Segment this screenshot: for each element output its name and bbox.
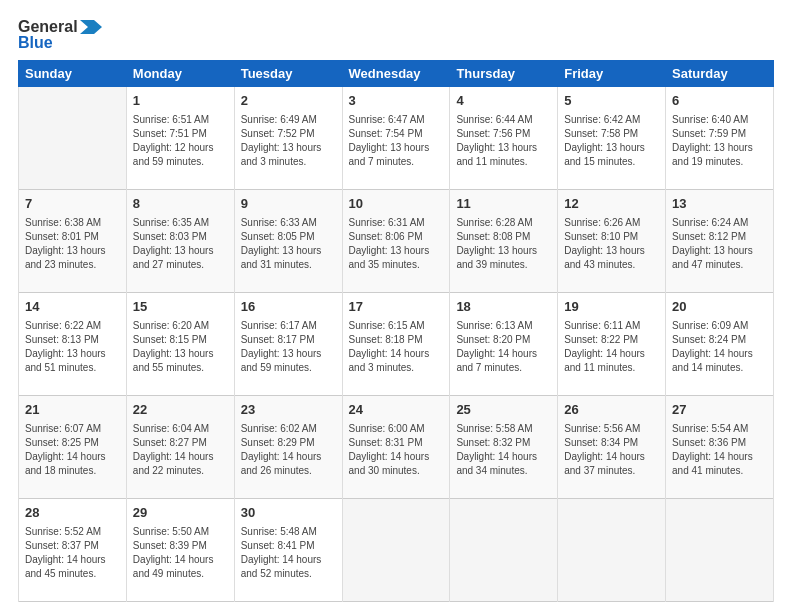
- day-info: Sunrise: 6:42 AM Sunset: 7:58 PM Dayligh…: [564, 113, 659, 169]
- day-number: 9: [241, 195, 336, 214]
- calendar-cell: 3Sunrise: 6:47 AM Sunset: 7:54 PM Daylig…: [342, 87, 450, 190]
- day-info: Sunrise: 6:13 AM Sunset: 8:20 PM Dayligh…: [456, 319, 551, 375]
- day-info: Sunrise: 6:35 AM Sunset: 8:03 PM Dayligh…: [133, 216, 228, 272]
- day-number: 28: [25, 504, 120, 523]
- header-row: SundayMondayTuesdayWednesdayThursdayFrid…: [19, 61, 774, 87]
- day-number: 21: [25, 401, 120, 420]
- day-number: 26: [564, 401, 659, 420]
- day-info: Sunrise: 6:47 AM Sunset: 7:54 PM Dayligh…: [349, 113, 444, 169]
- day-header-sunday: Sunday: [19, 61, 127, 87]
- week-row-4: 21Sunrise: 6:07 AM Sunset: 8:25 PM Dayli…: [19, 396, 774, 499]
- calendar-cell: [558, 499, 666, 602]
- day-number: 24: [349, 401, 444, 420]
- calendar-cell: 4Sunrise: 6:44 AM Sunset: 7:56 PM Daylig…: [450, 87, 558, 190]
- calendar-cell: 21Sunrise: 6:07 AM Sunset: 8:25 PM Dayli…: [19, 396, 127, 499]
- calendar-cell: 16Sunrise: 6:17 AM Sunset: 8:17 PM Dayli…: [234, 293, 342, 396]
- calendar-cell: 26Sunrise: 5:56 AM Sunset: 8:34 PM Dayli…: [558, 396, 666, 499]
- day-info: Sunrise: 6:38 AM Sunset: 8:01 PM Dayligh…: [25, 216, 120, 272]
- day-info: Sunrise: 6:04 AM Sunset: 8:27 PM Dayligh…: [133, 422, 228, 478]
- calendar-cell: [450, 499, 558, 602]
- calendar-cell: 25Sunrise: 5:58 AM Sunset: 8:32 PM Dayli…: [450, 396, 558, 499]
- day-info: Sunrise: 6:40 AM Sunset: 7:59 PM Dayligh…: [672, 113, 767, 169]
- calendar-cell: [19, 87, 127, 190]
- day-number: 2: [241, 92, 336, 111]
- logo-blue-text: Blue: [18, 34, 53, 52]
- day-info: Sunrise: 6:00 AM Sunset: 8:31 PM Dayligh…: [349, 422, 444, 478]
- calendar-cell: 8Sunrise: 6:35 AM Sunset: 8:03 PM Daylig…: [126, 190, 234, 293]
- day-number: 29: [133, 504, 228, 523]
- calendar-cell: 28Sunrise: 5:52 AM Sunset: 8:37 PM Dayli…: [19, 499, 127, 602]
- svg-marker-0: [80, 20, 102, 34]
- day-info: Sunrise: 6:51 AM Sunset: 7:51 PM Dayligh…: [133, 113, 228, 169]
- calendar-cell: 12Sunrise: 6:26 AM Sunset: 8:10 PM Dayli…: [558, 190, 666, 293]
- calendar-cell: 7Sunrise: 6:38 AM Sunset: 8:01 PM Daylig…: [19, 190, 127, 293]
- calendar-table: SundayMondayTuesdayWednesdayThursdayFrid…: [18, 60, 774, 602]
- day-info: Sunrise: 6:33 AM Sunset: 8:05 PM Dayligh…: [241, 216, 336, 272]
- day-header-thursday: Thursday: [450, 61, 558, 87]
- day-number: 20: [672, 298, 767, 317]
- week-row-1: 1Sunrise: 6:51 AM Sunset: 7:51 PM Daylig…: [19, 87, 774, 190]
- week-row-2: 7Sunrise: 6:38 AM Sunset: 8:01 PM Daylig…: [19, 190, 774, 293]
- day-number: 16: [241, 298, 336, 317]
- day-info: Sunrise: 5:54 AM Sunset: 8:36 PM Dayligh…: [672, 422, 767, 478]
- day-info: Sunrise: 6:17 AM Sunset: 8:17 PM Dayligh…: [241, 319, 336, 375]
- day-info: Sunrise: 6:11 AM Sunset: 8:22 PM Dayligh…: [564, 319, 659, 375]
- day-number: 3: [349, 92, 444, 111]
- calendar-cell: 5Sunrise: 6:42 AM Sunset: 7:58 PM Daylig…: [558, 87, 666, 190]
- logo-arrow-icon: [80, 18, 102, 36]
- calendar-cell: 19Sunrise: 6:11 AM Sunset: 8:22 PM Dayli…: [558, 293, 666, 396]
- day-number: 4: [456, 92, 551, 111]
- day-info: Sunrise: 5:50 AM Sunset: 8:39 PM Dayligh…: [133, 525, 228, 581]
- calendar-cell: 27Sunrise: 5:54 AM Sunset: 8:36 PM Dayli…: [666, 396, 774, 499]
- day-number: 14: [25, 298, 120, 317]
- calendar-cell: 17Sunrise: 6:15 AM Sunset: 8:18 PM Dayli…: [342, 293, 450, 396]
- calendar-cell: 22Sunrise: 6:04 AM Sunset: 8:27 PM Dayli…: [126, 396, 234, 499]
- day-number: 15: [133, 298, 228, 317]
- calendar-cell: 18Sunrise: 6:13 AM Sunset: 8:20 PM Dayli…: [450, 293, 558, 396]
- calendar-cell: 23Sunrise: 6:02 AM Sunset: 8:29 PM Dayli…: [234, 396, 342, 499]
- day-number: 6: [672, 92, 767, 111]
- day-info: Sunrise: 6:31 AM Sunset: 8:06 PM Dayligh…: [349, 216, 444, 272]
- day-header-tuesday: Tuesday: [234, 61, 342, 87]
- day-header-monday: Monday: [126, 61, 234, 87]
- day-number: 10: [349, 195, 444, 214]
- calendar-cell: 30Sunrise: 5:48 AM Sunset: 8:41 PM Dayli…: [234, 499, 342, 602]
- day-info: Sunrise: 5:56 AM Sunset: 8:34 PM Dayligh…: [564, 422, 659, 478]
- calendar-cell: [342, 499, 450, 602]
- day-number: 12: [564, 195, 659, 214]
- day-number: 5: [564, 92, 659, 111]
- day-number: 19: [564, 298, 659, 317]
- day-info: Sunrise: 6:24 AM Sunset: 8:12 PM Dayligh…: [672, 216, 767, 272]
- day-info: Sunrise: 5:48 AM Sunset: 8:41 PM Dayligh…: [241, 525, 336, 581]
- day-info: Sunrise: 6:49 AM Sunset: 7:52 PM Dayligh…: [241, 113, 336, 169]
- calendar-cell: 11Sunrise: 6:28 AM Sunset: 8:08 PM Dayli…: [450, 190, 558, 293]
- logo: General Blue: [18, 18, 102, 52]
- day-info: Sunrise: 6:09 AM Sunset: 8:24 PM Dayligh…: [672, 319, 767, 375]
- day-number: 27: [672, 401, 767, 420]
- calendar-cell: 13Sunrise: 6:24 AM Sunset: 8:12 PM Dayli…: [666, 190, 774, 293]
- day-info: Sunrise: 6:02 AM Sunset: 8:29 PM Dayligh…: [241, 422, 336, 478]
- calendar-cell: 14Sunrise: 6:22 AM Sunset: 8:13 PM Dayli…: [19, 293, 127, 396]
- day-number: 17: [349, 298, 444, 317]
- day-number: 18: [456, 298, 551, 317]
- calendar-cell: 9Sunrise: 6:33 AM Sunset: 8:05 PM Daylig…: [234, 190, 342, 293]
- day-info: Sunrise: 6:22 AM Sunset: 8:13 PM Dayligh…: [25, 319, 120, 375]
- day-info: Sunrise: 6:07 AM Sunset: 8:25 PM Dayligh…: [25, 422, 120, 478]
- calendar-cell: 2Sunrise: 6:49 AM Sunset: 7:52 PM Daylig…: [234, 87, 342, 190]
- day-number: 25: [456, 401, 551, 420]
- header: General Blue: [18, 18, 774, 52]
- day-number: 23: [241, 401, 336, 420]
- day-header-wednesday: Wednesday: [342, 61, 450, 87]
- day-number: 22: [133, 401, 228, 420]
- day-info: Sunrise: 5:58 AM Sunset: 8:32 PM Dayligh…: [456, 422, 551, 478]
- day-number: 13: [672, 195, 767, 214]
- calendar-cell: 29Sunrise: 5:50 AM Sunset: 8:39 PM Dayli…: [126, 499, 234, 602]
- week-row-5: 28Sunrise: 5:52 AM Sunset: 8:37 PM Dayli…: [19, 499, 774, 602]
- day-number: 1: [133, 92, 228, 111]
- day-info: Sunrise: 6:26 AM Sunset: 8:10 PM Dayligh…: [564, 216, 659, 272]
- day-number: 11: [456, 195, 551, 214]
- calendar-cell: [666, 499, 774, 602]
- day-number: 7: [25, 195, 120, 214]
- calendar-cell: 10Sunrise: 6:31 AM Sunset: 8:06 PM Dayli…: [342, 190, 450, 293]
- day-info: Sunrise: 6:20 AM Sunset: 8:15 PM Dayligh…: [133, 319, 228, 375]
